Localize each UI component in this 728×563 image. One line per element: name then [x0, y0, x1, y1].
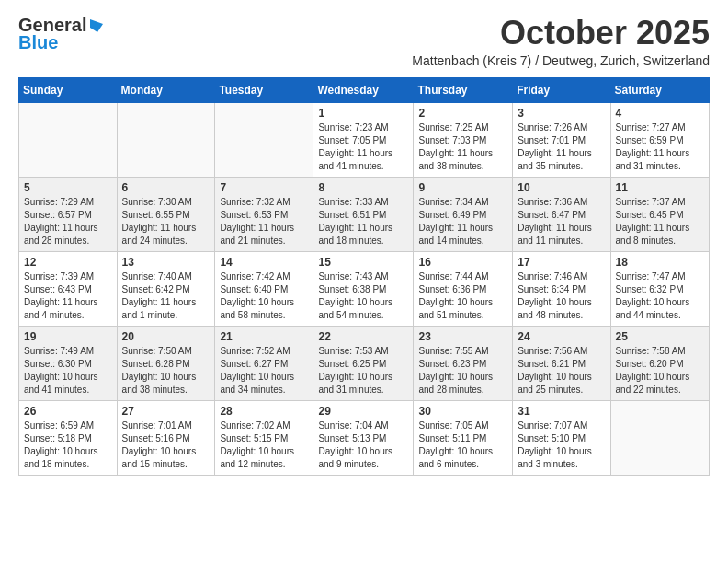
table-row: 4Sunrise: 7:27 AMSunset: 6:59 PMDaylight… [610, 102, 709, 177]
day-info: Sunrise: 7:32 AMSunset: 6:53 PMDaylight:… [220, 196, 308, 247]
calendar-week-row: 19Sunrise: 7:49 AMSunset: 6:30 PMDayligh… [19, 326, 710, 400]
table-row: 21Sunrise: 7:52 AMSunset: 6:27 PMDayligh… [215, 326, 313, 400]
day-info: Sunrise: 7:43 AMSunset: 6:38 PMDaylight:… [318, 270, 408, 322]
table-row: 23Sunrise: 7:55 AMSunset: 6:23 PMDayligh… [414, 326, 513, 400]
day-info: Sunrise: 7:25 AMSunset: 7:03 PMDaylight:… [418, 121, 507, 173]
logo-icon [88, 17, 105, 34]
day-info: Sunrise: 7:37 AMSunset: 6:45 PMDaylight:… [616, 196, 704, 247]
title-block: October 2025 Mattenbach (Kreis 7) / Deut… [412, 15, 710, 68]
day-number: 28 [220, 405, 308, 418]
table-row: 30Sunrise: 7:05 AMSunset: 5:11 PMDayligh… [414, 400, 513, 475]
table-row: 11Sunrise: 7:37 AMSunset: 6:45 PMDayligh… [610, 177, 709, 251]
table-row: 20Sunrise: 7:50 AMSunset: 6:28 PMDayligh… [117, 326, 215, 400]
day-info: Sunrise: 7:07 AMSunset: 5:10 PMDaylight:… [518, 419, 605, 471]
day-number: 13 [122, 256, 210, 269]
table-row: 14Sunrise: 7:42 AMSunset: 6:40 PMDayligh… [215, 251, 313, 326]
table-row: 25Sunrise: 7:58 AMSunset: 6:20 PMDayligh… [610, 326, 709, 400]
table-row: 6Sunrise: 7:30 AMSunset: 6:55 PMDaylight… [117, 177, 215, 251]
col-saturday: Saturday [610, 77, 709, 102]
table-row: 18Sunrise: 7:47 AMSunset: 6:32 PMDayligh… [610, 251, 709, 326]
header: General Blue October 2025 Mattenbach (Kr… [18, 15, 710, 68]
table-row [610, 400, 709, 475]
day-info: Sunrise: 7:05 AMSunset: 5:11 PMDaylight:… [418, 419, 507, 471]
day-info: Sunrise: 7:27 AMSunset: 6:59 PMDaylight:… [616, 121, 704, 173]
day-number: 18 [616, 256, 704, 269]
day-number: 6 [122, 181, 210, 194]
svg-marker-0 [90, 19, 103, 32]
col-thursday: Thursday [414, 77, 513, 102]
day-info: Sunrise: 7:55 AMSunset: 6:23 PMDaylight:… [418, 345, 507, 396]
day-info: Sunrise: 7:02 AMSunset: 5:15 PMDaylight:… [220, 419, 308, 471]
day-number: 16 [418, 256, 507, 269]
day-number: 31 [518, 405, 605, 418]
subtitle: Mattenbach (Kreis 7) / Deutweg, Zurich, … [412, 53, 710, 68]
table-row: 28Sunrise: 7:02 AMSunset: 5:15 PMDayligh… [215, 400, 313, 475]
table-row [215, 102, 313, 177]
calendar-table: Sunday Monday Tuesday Wednesday Thursday… [18, 77, 710, 476]
col-friday: Friday [513, 77, 610, 102]
table-row: 3Sunrise: 7:26 AMSunset: 7:01 PMDaylight… [513, 102, 610, 177]
day-info: Sunrise: 7:04 AMSunset: 5:13 PMDaylight:… [318, 419, 408, 471]
day-number: 10 [518, 181, 605, 194]
col-tuesday: Tuesday [215, 77, 313, 102]
table-row: 27Sunrise: 7:01 AMSunset: 5:16 PMDayligh… [117, 400, 215, 475]
day-number: 19 [24, 330, 112, 343]
day-number: 8 [318, 181, 408, 194]
table-row: 2Sunrise: 7:25 AMSunset: 7:03 PMDaylight… [414, 102, 513, 177]
day-number: 25 [616, 330, 704, 343]
day-info: Sunrise: 7:30 AMSunset: 6:55 PMDaylight:… [122, 196, 210, 247]
day-number: 30 [418, 405, 507, 418]
month-title: October 2025 [412, 15, 710, 52]
table-row: 26Sunrise: 6:59 AMSunset: 5:18 PMDayligh… [19, 400, 118, 475]
day-number: 27 [122, 405, 210, 418]
day-info: Sunrise: 7:01 AMSunset: 5:16 PMDaylight:… [122, 419, 210, 471]
page-container: General Blue October 2025 Mattenbach (Kr… [0, 0, 728, 490]
calendar-week-row: 26Sunrise: 6:59 AMSunset: 5:18 PMDayligh… [19, 400, 710, 475]
table-row: 12Sunrise: 7:39 AMSunset: 6:43 PMDayligh… [19, 251, 118, 326]
table-row: 19Sunrise: 7:49 AMSunset: 6:30 PMDayligh… [19, 326, 118, 400]
day-number: 14 [220, 256, 308, 269]
weekday-header-row: Sunday Monday Tuesday Wednesday Thursday… [19, 77, 710, 102]
col-monday: Monday [117, 77, 215, 102]
table-row: 13Sunrise: 7:40 AMSunset: 6:42 PMDayligh… [117, 251, 215, 326]
day-number: 12 [24, 256, 112, 269]
table-row: 9Sunrise: 7:34 AMSunset: 6:49 PMDaylight… [414, 177, 513, 251]
day-number: 23 [418, 330, 507, 343]
table-row: 29Sunrise: 7:04 AMSunset: 5:13 PMDayligh… [313, 400, 414, 475]
table-row [117, 102, 215, 177]
table-row: 17Sunrise: 7:46 AMSunset: 6:34 PMDayligh… [513, 251, 610, 326]
day-info: Sunrise: 7:47 AMSunset: 6:32 PMDaylight:… [616, 270, 704, 322]
day-number: 7 [220, 181, 308, 194]
table-row: 10Sunrise: 7:36 AMSunset: 6:47 PMDayligh… [513, 177, 610, 251]
day-number: 24 [518, 330, 605, 343]
day-number: 3 [518, 107, 605, 120]
day-info: Sunrise: 7:40 AMSunset: 6:42 PMDaylight:… [122, 270, 210, 322]
day-info: Sunrise: 6:59 AMSunset: 5:18 PMDaylight:… [24, 419, 112, 471]
day-info: Sunrise: 7:58 AMSunset: 6:20 PMDaylight:… [616, 345, 704, 396]
day-info: Sunrise: 7:26 AMSunset: 7:01 PMDaylight:… [518, 121, 605, 173]
day-number: 26 [24, 405, 112, 418]
day-number: 17 [518, 256, 605, 269]
day-info: Sunrise: 7:50 AMSunset: 6:28 PMDaylight:… [122, 345, 210, 396]
day-info: Sunrise: 7:39 AMSunset: 6:43 PMDaylight:… [24, 270, 112, 322]
day-number: 15 [318, 256, 408, 269]
day-number: 1 [318, 107, 408, 120]
table-row [19, 102, 118, 177]
table-row: 7Sunrise: 7:32 AMSunset: 6:53 PMDaylight… [215, 177, 313, 251]
calendar-week-row: 12Sunrise: 7:39 AMSunset: 6:43 PMDayligh… [19, 251, 710, 326]
day-number: 20 [122, 330, 210, 343]
logo: General Blue [18, 15, 105, 53]
day-info: Sunrise: 7:23 AMSunset: 7:05 PMDaylight:… [318, 121, 408, 173]
day-number: 4 [616, 107, 704, 120]
day-number: 2 [418, 107, 507, 120]
day-info: Sunrise: 7:46 AMSunset: 6:34 PMDaylight:… [518, 270, 605, 322]
day-number: 5 [24, 181, 112, 194]
day-number: 11 [616, 181, 704, 194]
day-info: Sunrise: 7:56 AMSunset: 6:21 PMDaylight:… [518, 345, 605, 396]
table-row: 5Sunrise: 7:29 AMSunset: 6:57 PMDaylight… [19, 177, 118, 251]
table-row: 31Sunrise: 7:07 AMSunset: 5:10 PMDayligh… [513, 400, 610, 475]
day-info: Sunrise: 7:49 AMSunset: 6:30 PMDaylight:… [24, 345, 112, 396]
col-sunday: Sunday [19, 77, 118, 102]
table-row: 1Sunrise: 7:23 AMSunset: 7:05 PMDaylight… [313, 102, 414, 177]
day-number: 22 [318, 330, 408, 343]
